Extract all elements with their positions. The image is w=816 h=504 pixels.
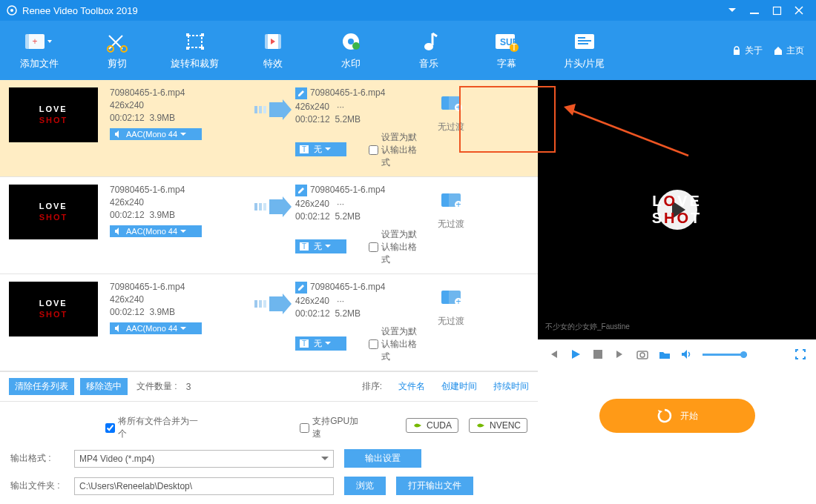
- dir-input[interactable]: C:\Users\Reneelab\Desktop\: [74, 477, 334, 495]
- browse-button[interactable]: 浏览: [344, 477, 386, 495]
- audio-select[interactable]: AAC(Mono 44: [110, 128, 202, 140]
- video-thumb: LOVESHOT: [9, 185, 98, 239]
- edit-icon[interactable]: [295, 87, 307, 99]
- add-file-icon: +: [24, 31, 55, 52]
- src-resolution: 426x240: [110, 197, 251, 208]
- transition-button[interactable]: + 无过渡: [421, 95, 481, 133]
- svg-rect-45: [593, 350, 602, 359]
- preview-area: LOVESHOT 不少女的少女婷_Faustine: [538, 80, 816, 339]
- volume-slider[interactable]: [703, 354, 747, 356]
- stop-button[interactable]: [591, 350, 605, 359]
- maximize-button[interactable]: [766, 0, 788, 21]
- dst-duration: 00:02:12: [295, 211, 330, 222]
- snapshot-button[interactable]: [636, 349, 649, 359]
- gpu-checkbox[interactable]: 支持GPU加速: [300, 415, 363, 440]
- svg-rect-29: [734, 50, 740, 55]
- crop-icon: [184, 31, 206, 52]
- tool-rotate-crop[interactable]: 旋转和裁剪: [156, 21, 234, 80]
- tool-watermark[interactable]: 水印: [312, 21, 389, 80]
- edit-icon[interactable]: [295, 185, 307, 196]
- dst-resolution: 426x240: [295, 102, 329, 112]
- tool-subtitle[interactable]: SUBT 字幕: [467, 21, 545, 80]
- main-area: LOVESHOT 70980465-1-6.mp4 426x240 00:02:…: [0, 80, 816, 504]
- play-control[interactable]: [569, 349, 582, 359]
- task-row[interactable]: LOVESHOT 70980465-1-6.mp4 426x240 00:02:…: [0, 177, 538, 274]
- svg-point-18: [348, 39, 354, 44]
- preview-stamp: 不少女的少女婷_Faustine: [545, 322, 630, 332]
- transition-label: 无过渡: [421, 218, 481, 231]
- dst-resolution: 426x240: [295, 296, 329, 306]
- file-count: 3: [186, 382, 191, 392]
- home-icon: [773, 45, 783, 56]
- transition-label: 无过渡: [421, 315, 481, 328]
- sort-label: 排序:: [362, 380, 382, 393]
- close-button[interactable]: [788, 0, 810, 21]
- next-button[interactable]: [613, 349, 627, 359]
- task-row[interactable]: LOVESHOT 70980465-1-6.mp4 426x240 00:02:…: [0, 80, 538, 177]
- tool-intro-outro[interactable]: 片头/片尾: [545, 21, 623, 80]
- tool-add-file[interactable]: + 添加文件: [0, 21, 78, 80]
- title-bar: Renee Video Toolbox 2019: [0, 0, 816, 21]
- task-row[interactable]: LOVESHOT 70980465-1-6.mp4 426x240 00:02:…: [0, 274, 538, 371]
- format-select[interactable]: MP4 Video (*.mp4): [74, 450, 334, 468]
- default-output-checkbox[interactable]: 设置为默认输出格式: [369, 325, 421, 363]
- svg-rect-36: [259, 203, 262, 210]
- dst-duration: 00:02:12: [295, 308, 330, 319]
- prev-button[interactable]: [547, 349, 560, 359]
- src-resolution: 426x240: [110, 100, 251, 110]
- video-thumb: LOVESHOT: [9, 87, 98, 142]
- transition-button[interactable]: + 无过渡: [421, 192, 481, 231]
- tool-music[interactable]: 音乐: [389, 21, 467, 80]
- edit-icon[interactable]: [295, 282, 307, 294]
- speaker-icon: [114, 228, 123, 235]
- minimize-button[interactable]: [743, 0, 766, 21]
- cuda-badge: CUDA: [406, 418, 458, 433]
- svg-rect-16: [278, 34, 281, 49]
- app-logo-icon: [6, 4, 18, 16]
- clear-list-button[interactable]: 清除任务列表: [9, 378, 74, 395]
- fullscreen-button[interactable]: [794, 349, 807, 359]
- open-folder-button[interactable]: [658, 350, 671, 359]
- about-link[interactable]: 关于: [731, 44, 763, 57]
- sort-name[interactable]: 文件名: [398, 380, 425, 393]
- arrow-icon: [251, 295, 295, 313]
- transition-icon: +: [440, 95, 462, 113]
- src-size: 3.9MB: [149, 307, 175, 317]
- merge-checkbox[interactable]: 将所有文件合并为一个: [105, 415, 202, 440]
- home-link[interactable]: 主页: [773, 44, 804, 57]
- dst-size: 5.2MB: [335, 114, 361, 125]
- src-size: 3.9MB: [149, 210, 175, 220]
- volume-button[interactable]: [680, 349, 694, 359]
- svg-point-47: [640, 353, 645, 357]
- audio-select[interactable]: AAC(Mono 44: [110, 322, 202, 334]
- dst-resolution: 426x240: [295, 199, 329, 209]
- subtitle-select[interactable]: T无: [295, 142, 346, 156]
- output-settings-button[interactable]: 输出设置: [344, 449, 421, 468]
- transition-button[interactable]: + 无过渡: [421, 289, 481, 328]
- src-duration: 00:02:12: [110, 307, 145, 317]
- refresh-icon: [657, 408, 673, 424]
- default-output-checkbox[interactable]: 设置为默认输出格式: [369, 228, 421, 266]
- svg-rect-9: [188, 36, 202, 47]
- svg-text:+: +: [455, 102, 461, 113]
- watermark-icon: [340, 31, 362, 52]
- list-footer: 清除任务列表 移除选中 文件数量 : 3 排序: 文件名 创建时间 持续时间: [0, 371, 538, 402]
- tool-cut[interactable]: 剪切: [78, 21, 156, 80]
- sort-duration[interactable]: 持续时间: [493, 380, 529, 393]
- open-dir-button[interactable]: 打开输出文件: [396, 477, 473, 495]
- transition-icon: +: [440, 289, 462, 308]
- svg-rect-12: [186, 47, 189, 50]
- subtitle-select[interactable]: T无: [295, 239, 346, 253]
- default-output-checkbox[interactable]: 设置为默认输出格式: [369, 131, 421, 169]
- subtitle-select[interactable]: T无: [295, 336, 346, 351]
- start-button[interactable]: 开始: [599, 399, 755, 433]
- tool-effects[interactable]: 特效: [234, 21, 312, 80]
- output-options: 将所有文件合并为一个 支持GPU加速 CUDA NVENC 输出格式 : MP4…: [0, 402, 538, 504]
- dropdown-button[interactable]: [721, 0, 743, 21]
- svg-text:+: +: [455, 199, 461, 210]
- svg-rect-13: [201, 47, 204, 50]
- remove-selected-button[interactable]: 移除选中: [80, 378, 128, 395]
- subtitle-icon: SUBT: [494, 31, 519, 52]
- audio-select[interactable]: AAC(Mono 44: [110, 225, 202, 237]
- sort-ctime[interactable]: 创建时间: [441, 380, 477, 393]
